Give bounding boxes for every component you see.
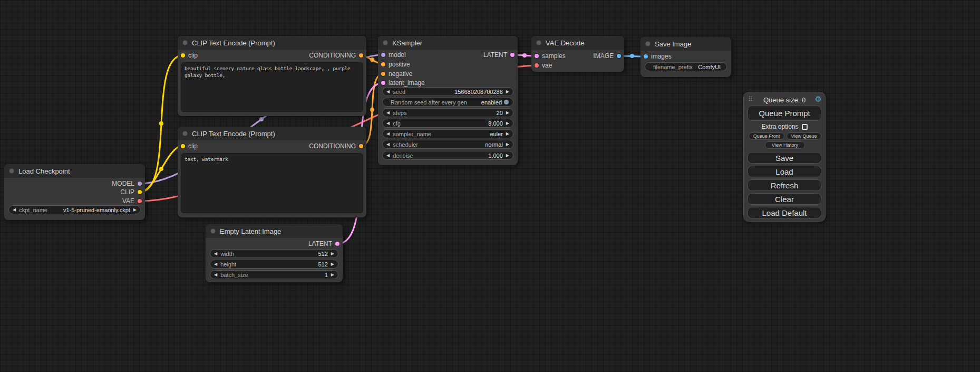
output-socket-conditioning[interactable]: [359, 144, 363, 148]
denoise-widget[interactable]: ◀ denoise 1.000 ▶: [382, 151, 513, 160]
output-socket-latent[interactable]: [510, 53, 515, 57]
input-socket-negative[interactable]: [381, 72, 385, 76]
increment-arrow-icon[interactable]: ▶: [331, 260, 334, 268]
widget-label: filename_prefix: [653, 64, 693, 70]
wire-clip-to-positive: [140, 55, 183, 192]
output-slot-clip: CLIP: [4, 188, 145, 196]
output-socket-image[interactable]: [617, 54, 621, 58]
seed-widget[interactable]: ◀ seed 156680208700286 ▶: [382, 87, 513, 96]
load-checkpoint-title-bar[interactable]: Load Checkpoint: [4, 164, 145, 178]
collapse-toggle-icon[interactable]: [182, 40, 188, 45]
node-ksampler[interactable]: KSampler model LATENT positive negative …: [378, 36, 518, 165]
scheduler-widget[interactable]: ◀ scheduler normal ▶: [382, 140, 513, 149]
filename-prefix-widget[interactable]: filename_prefix ComfyUI: [645, 62, 727, 71]
empty-latent-title-bar[interactable]: Empty Latent Image: [206, 224, 343, 238]
decrement-arrow-icon[interactable]: ◀: [214, 271, 217, 279]
combo-right-arrow-icon[interactable]: ▶: [133, 206, 137, 214]
widget-label: batch_size: [220, 272, 248, 278]
width-widget[interactable]: ◀ width 512 ▶: [210, 249, 338, 258]
widget-value: v1-5-pruned-emaonly.ckpt: [63, 207, 130, 213]
node-load-checkpoint[interactable]: Load Checkpoint MODEL CLIP VAE ◀ ckpt_na…: [4, 164, 145, 220]
save-image-title-bar[interactable]: Save Image: [641, 37, 731, 51]
decrement-arrow-icon[interactable]: ◀: [386, 88, 390, 96]
settings-gear-icon[interactable]: ⚙: [815, 94, 822, 104]
ksampler-title-bar[interactable]: KSampler: [378, 36, 518, 50]
output-socket-conditioning[interactable]: [359, 53, 363, 58]
wire-samples-midpoint-dot: [522, 53, 527, 58]
refresh-button[interactable]: Refresh: [748, 179, 821, 191]
clip-positive-title-bar[interactable]: CLIP Text Encode (Prompt): [178, 36, 366, 50]
output-slot-model: MODEL: [4, 179, 145, 188]
decrement-arrow-icon[interactable]: ◀: [214, 260, 217, 268]
combo-left-arrow-icon[interactable]: ◀: [386, 140, 390, 148]
decrement-arrow-icon[interactable]: ◀: [386, 109, 390, 117]
ckpt-name-widget[interactable]: ◀ ckpt_name v1-5-pruned-emaonly.ckpt ▶: [8, 205, 141, 214]
increment-arrow-icon[interactable]: ▶: [506, 119, 509, 127]
queue-prompt-button[interactable]: Queue Prompt: [748, 106, 821, 121]
output-socket-model[interactable]: [138, 182, 142, 186]
batch-size-widget[interactable]: ◀ batch_size 1 ▶: [210, 270, 338, 279]
combo-left-arrow-icon[interactable]: ◀: [13, 206, 16, 214]
increment-arrow-icon[interactable]: ▶: [506, 151, 509, 159]
widget-value: 156680208700286: [454, 89, 503, 95]
collapse-toggle-icon[interactable]: [182, 131, 188, 136]
load-default-button[interactable]: Load Default: [748, 207, 821, 218]
decrement-arrow-icon[interactable]: ◀: [386, 151, 390, 159]
view-history-button[interactable]: View History: [765, 141, 805, 149]
slot-label: CONDITIONING: [309, 142, 356, 150]
node-save-image[interactable]: Save Image images filename_prefix ComfyU…: [641, 37, 731, 77]
combo-right-arrow-icon[interactable]: ▶: [506, 130, 509, 138]
input-socket-positive[interactable]: [381, 62, 385, 66]
positive-prompt-textarea[interactable]: beautiful scenery nature glass bottle la…: [181, 62, 363, 112]
queue-front-button[interactable]: Queue Front: [749, 132, 784, 140]
collapse-toggle-icon[interactable]: [9, 168, 14, 174]
cfg-widget[interactable]: ◀ cfg 8.000 ▶: [382, 119, 513, 128]
increment-arrow-icon[interactable]: ▶: [331, 250, 334, 257]
node-graph-canvas[interactable]: Load Checkpoint MODEL CLIP VAE ◀ ckpt_na…: [0, 0, 980, 372]
input-socket-images[interactable]: [644, 54, 648, 59]
vae-decode-title-bar[interactable]: VAE Decode: [531, 36, 624, 50]
steps-widget[interactable]: ◀ steps 20 ▶: [382, 108, 513, 117]
toggle-enabled-dot[interactable]: [504, 100, 509, 104]
load-button[interactable]: Load: [748, 166, 821, 177]
sampler-name-widget[interactable]: ◀ sampler_name euler ▶: [382, 129, 513, 138]
view-queue-button[interactable]: View Queue: [787, 132, 821, 140]
collapse-toggle-icon[interactable]: [210, 228, 216, 234]
queue-panel: ⠿ Queue size: 0 ⚙ Queue Prompt Extra opt…: [743, 92, 826, 222]
collapse-toggle-icon[interactable]: [536, 40, 541, 45]
clear-button[interactable]: Clear: [748, 193, 821, 205]
random-seed-toggle-widget[interactable]: Random seed after every gen enabled: [382, 98, 513, 107]
increment-arrow-icon[interactable]: ▶: [506, 88, 509, 96]
combo-left-arrow-icon[interactable]: ◀: [386, 130, 390, 138]
output-socket-latent[interactable]: [335, 242, 339, 246]
extra-options-label: Extra options: [761, 123, 798, 130]
collapse-toggle-icon[interactable]: [645, 41, 651, 46]
combo-right-arrow-icon[interactable]: ▶: [506, 140, 509, 148]
node-clip-text-encode-negative[interactable]: CLIP Text Encode (Prompt) clip CONDITION…: [178, 127, 366, 217]
widget-value: enabled: [481, 99, 502, 106]
clip-negative-title-bar[interactable]: CLIP Text Encode (Prompt): [178, 127, 366, 140]
extra-options-checkbox[interactable]: [802, 124, 808, 130]
input-socket-latent-image[interactable]: [381, 81, 385, 85]
widget-value: ComfyUI: [698, 64, 721, 70]
node-title: Save Image: [655, 40, 691, 48]
negative-prompt-textarea[interactable]: text, watermark: [181, 153, 363, 213]
collapse-toggle-icon[interactable]: [383, 40, 388, 45]
node-vae-decode[interactable]: VAE Decode samples IMAGE vae: [531, 36, 624, 72]
wire-clip-negative-midpoint-dot: [159, 167, 163, 171]
decrement-arrow-icon[interactable]: ◀: [386, 119, 390, 127]
node-empty-latent-image[interactable]: Empty Latent Image LATENT ◀ width 512 ▶ …: [206, 224, 343, 282]
output-socket-clip[interactable]: [138, 190, 142, 194]
node-clip-text-encode-positive[interactable]: CLIP Text Encode (Prompt) clip CONDITION…: [178, 36, 366, 116]
widget-value: euler: [490, 131, 502, 137]
input-socket-vae[interactable]: [535, 63, 539, 68]
increment-arrow-icon[interactable]: ▶: [506, 109, 509, 117]
decrement-arrow-icon[interactable]: ◀: [214, 250, 217, 257]
save-button[interactable]: Save: [748, 152, 821, 164]
widget-value: normal: [485, 141, 503, 148]
height-widget[interactable]: ◀ height 512 ▶: [210, 260, 338, 269]
increment-arrow-icon[interactable]: ▶: [331, 271, 334, 279]
output-socket-vae[interactable]: [138, 199, 142, 203]
output-slot-image: IMAGE: [531, 52, 624, 60]
widget-label: denoise: [393, 152, 413, 159]
